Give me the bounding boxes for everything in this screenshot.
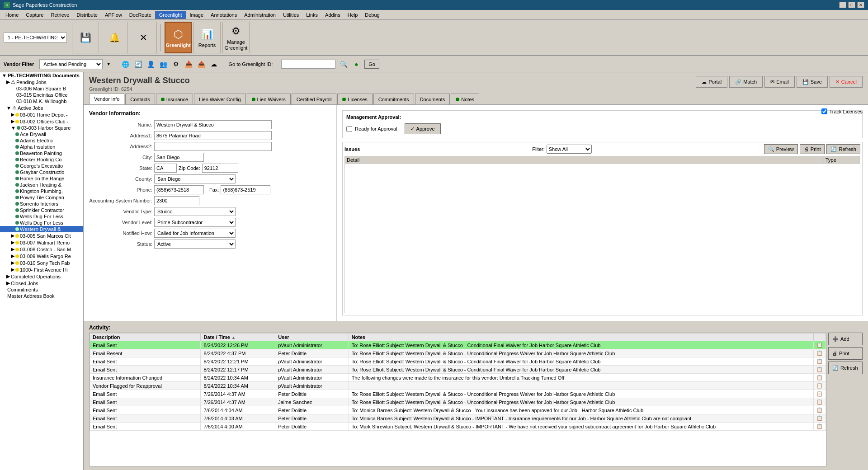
accounting-input[interactable] [154,196,199,205]
activity-row[interactable]: Email Sent 8/24/2022 12:26 PM pVault Adm… [90,341,826,349]
notified-how-select[interactable]: Called for Job Information [154,229,236,238]
sidebar-item-03003[interactable]: ▼ 03-003 Harbor Square [0,125,83,131]
manage-greenlight-btn[interactable]: ⚙ Manage Greenlight [222,22,250,53]
menu-capture[interactable]: Capture [22,11,47,19]
email-button[interactable]: ✉ Email [764,76,795,88]
nav-icon-4[interactable]: 👥 [159,60,168,69]
sidebar-item-03010[interactable]: ▶ 03-010 Sony Tech Fab [0,259,83,266]
sidebar-item-western[interactable]: Western Drywall & [0,226,83,232]
sidebar-item-beaverton[interactable]: Beaverton Painting [0,150,83,156]
tab-certified-payroll[interactable]: Certified Payroll [292,94,337,104]
tab-documents[interactable]: Documents [415,94,450,104]
sidebar-item-03002[interactable]: ▶ 03-002 Officers Club - [0,118,83,125]
activity-row-icon[interactable]: 📋 [814,374,826,382]
sidebar-item-wells1[interactable]: Wells Dug For Less [0,213,83,220]
menu-annotations[interactable]: Annotations [207,11,241,19]
tree-active-jobs[interactable]: ▼ ⚠ Active Jobs [0,104,83,111]
sidebar-item-sprinkler[interactable]: Sprinkler Contractor [0,207,83,213]
sidebar-item-graybar[interactable]: Graybar Constructio [0,169,83,175]
activity-row[interactable]: Email Sent 7/26/2014 4:37 AM Jaime Sanch… [90,398,826,406]
sidebar-item-03006[interactable]: 03-006 Main Square B [0,85,83,92]
activity-row-icon[interactable]: 📋 [814,349,826,357]
sidebar-item-becker[interactable]: Becker Roofing Co [0,156,83,163]
menu-greenlight[interactable]: Greenlight [155,11,186,19]
activity-row[interactable]: Email Sent 7/6/2014 4:03 AM Peter Dolitt… [90,414,826,423]
greenlight-id-input[interactable] [281,60,335,69]
sidebar-item-1000[interactable]: ▶ 1000- First Avenue Hi [0,266,83,273]
issues-filter-select[interactable]: Show All [547,145,592,154]
sidebar-item-03007[interactable]: ▶ 03-007 Walmart Remo [0,239,83,246]
menu-apflow[interactable]: APFlow [101,11,126,19]
sidebar-item-alpha[interactable]: Alpha Insulation [0,144,83,150]
print-issues-button[interactable]: 🖨 Print [800,144,825,154]
preview-button[interactable]: 🔍 Preview [764,144,798,154]
sidebar-item-03001[interactable]: ▶ 03-001 Home Depot - [0,111,83,118]
nav-icon-3[interactable]: 👤 [146,60,155,69]
save-toolbar-btn[interactable]: 💾 [72,22,99,53]
county-select[interactable]: San Diego [154,174,236,183]
sidebar-item-kingston[interactable]: Kingston Plumbing, [0,188,83,194]
tree-completed[interactable]: ▶ Completed Operations [0,273,83,280]
sidebar-item-georges[interactable]: George's Excavatio [0,163,83,169]
nav-icon-6[interactable]: 📥 [184,60,193,69]
activity-row-icon[interactable]: 📋 [814,423,826,431]
activity-row-icon[interactable]: 📋 [814,390,826,398]
tree-commitments[interactable]: Commitments [0,287,83,293]
portal-button[interactable]: ☁ Portal [696,76,727,88]
cancel-button[interactable]: ✕ Cancel [830,76,863,88]
go-button[interactable]: Go [364,60,379,69]
activity-row[interactable]: Email Sent 7/6/2014 4:00 AM Peter Dolitt… [90,423,826,431]
sidebar-item-adams[interactable]: Adams Electric [0,137,83,144]
tab-lien-waivers[interactable]: Lien Waivers [247,94,291,104]
tab-insurance[interactable]: Insurance [156,94,193,104]
sidebar-item-03009[interactable]: ▶ 03-009 Wells Fargo Re [0,253,83,259]
close-toolbar-btn[interactable]: ✕ [130,22,157,53]
activity-row-icon[interactable]: 📋 [814,357,826,366]
tab-contacts[interactable]: Contacts [125,94,155,104]
fax-input[interactable] [221,185,270,194]
activity-row[interactable]: Email Sent 7/26/2014 4:37 AM Peter Dolit… [90,390,826,398]
sidebar-item-03005[interactable]: ▶ 03-005 San Marcos Cit [0,232,83,239]
phone-input[interactable] [154,185,204,194]
tab-lien-waiver-config[interactable]: Lien Waiver Config [194,94,246,104]
menu-retrieve[interactable]: Retrieve [47,11,73,19]
status-select[interactable]: Active [154,240,236,249]
activity-row-icon[interactable]: 📋 [814,398,826,406]
tab-notes[interactable]: Notes [451,94,479,104]
activity-row[interactable]: Email Resent 8/24/2022 4:37 PM Peter Dol… [90,349,826,357]
tree-pending-jobs[interactable]: ▶ ⚠ Pending Jobs [0,79,83,85]
menu-administration[interactable]: Administration [241,11,279,19]
zipcode-input[interactable] [202,164,238,173]
activity-datetime-col[interactable]: Date / Time ▲ [201,334,275,341]
tree-closed[interactable]: ▶ Closed Jobs [0,280,83,287]
sidebar-item-03008[interactable]: ▶ 03-008 Costco - San M [0,246,83,253]
sidebar-item-ace[interactable]: Ace Drywall [0,131,83,137]
nav-icon-5[interactable]: ⚙ [171,60,180,69]
vendor-filter-dropdown[interactable]: Active and Pending Active Pending All [39,59,103,69]
activity-row[interactable]: Email Sent 8/24/2022 12:21 PM pVault Adm… [90,357,826,366]
add-button[interactable]: ➕ Add [828,333,863,345]
tab-licenses[interactable]: Licenses [337,94,372,104]
greenlight-toolbar-btn[interactable]: ⬡ Greenlight [165,22,192,53]
tab-vendor-info[interactable]: Vendor Info [89,94,124,104]
nav-icon-8[interactable]: ☁ [209,60,218,69]
address2-input[interactable] [154,142,272,151]
save-button[interactable]: 💾 Save [797,76,828,88]
bell-toolbar-btn[interactable]: 🔔 [101,22,128,53]
refresh-issues-button[interactable]: 🔄 Refresh [826,144,860,154]
approve-button[interactable]: ✓ Approve [405,123,441,134]
menu-utilities[interactable]: Utilities [279,11,302,19]
state-input[interactable] [154,164,177,173]
search-icon[interactable]: 🔍 [339,60,348,69]
refresh-activity-button[interactable]: 🔄 Refresh [828,362,863,374]
maximize-button[interactable]: □ [848,2,855,8]
sidebar-item-home-range[interactable]: Home on the Range [0,175,83,182]
menu-links[interactable]: Links [302,11,321,19]
sidebar-item-wells2[interactable]: Wells Dug For Less [0,220,83,226]
activity-row-icon[interactable]: 📋 [814,382,826,390]
menu-image[interactable]: Image [186,11,208,19]
name-input[interactable] [154,120,272,129]
nav-icon-1[interactable]: 🌐 [121,60,130,69]
tab-commitments[interactable]: Commitments [373,94,414,104]
minimize-button[interactable]: _ [839,2,846,8]
